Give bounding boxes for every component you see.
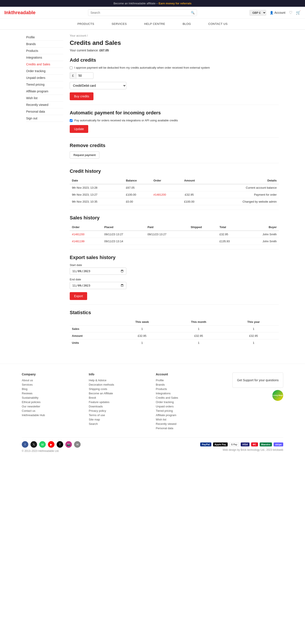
footer-link[interactable]: Privacy policy <box>89 409 150 412</box>
wishlist-icon[interactable]: ♡ <box>289 10 292 15</box>
sidebar-item-sign-out[interactable]: Sign out <box>26 115 63 122</box>
footer-link[interactable]: About us <box>22 379 82 382</box>
footer-link[interactable]: Inkthreadable Hub <box>22 414 82 417</box>
footer-link[interactable]: Sustainability <box>22 396 82 399</box>
whatsapp-icon[interactable]: W <box>39 441 46 448</box>
footer-link[interactable]: Affiliate program <box>156 414 216 417</box>
sidebar-item-products[interactable]: Products <box>26 48 63 54</box>
facebook-icon[interactable]: f <box>22 441 28 448</box>
footer-link[interactable]: Personal data <box>156 426 216 430</box>
stats-sales-month: 1 <box>169 326 228 332</box>
sales-order-link[interactable]: #1481199 <box>72 240 84 243</box>
footer-link[interactable]: Terms of use <box>89 414 150 417</box>
nav-help-centre[interactable]: HELP CENTRE <box>136 19 174 30</box>
footer-link[interactable]: Shipping costs <box>89 387 150 391</box>
ch-order: #1481200 <box>151 191 182 198</box>
footer-link[interactable]: Our newsletter <box>22 405 82 408</box>
ch-order <box>151 198 182 205</box>
account-link[interactable]: 👤 Account <box>270 11 286 14</box>
footer-link[interactable]: Reviews <box>22 392 82 395</box>
sidebar-item-wish-list[interactable]: Wish list <box>26 95 63 102</box>
card-select-wrapper: Credit/Debit card <box>70 82 279 92</box>
end-date-input[interactable] <box>70 282 126 289</box>
nav-blog[interactable]: BLOG <box>174 19 200 30</box>
sidebar-item-integrations[interactable]: Integrations <box>26 54 63 61</box>
search-input[interactable] <box>90 11 191 14</box>
footer-link[interactable]: Feature updates <box>89 400 150 404</box>
support-box[interactable]: Get Support for your questions <box>232 372 283 388</box>
footer-link[interactable]: Credits and Sales <box>156 396 216 399</box>
twitter-icon[interactable]: 𝕏 <box>30 441 37 448</box>
footer-link[interactable]: Blog <box>22 387 82 391</box>
amount-input[interactable] <box>76 72 94 79</box>
divider-6 <box>70 304 279 304</box>
auto-deduct-label: I approve payment will be deducted from … <box>74 66 210 69</box>
logo[interactable]: Inkthreadable <box>4 10 36 16</box>
sidebar-item-order-tracking[interactable]: Order tracking <box>26 68 63 74</box>
sidebar-item-credits-and-sales[interactable]: Credits and Sales <box>26 61 63 68</box>
footer-link[interactable]: Site map <box>89 418 150 421</box>
table-row: 9th Nov 2023, 10:35 £0.00 £100.00 Change… <box>70 198 279 205</box>
footer-link[interactable]: Profile <box>156 379 216 382</box>
footer-link[interactable]: Brexit <box>89 396 150 399</box>
footer-link[interactable]: Order tracking <box>156 400 216 404</box>
googlepay-badge: G Pay <box>230 442 239 446</box>
start-date-input[interactable] <box>70 268 126 275</box>
sh-paid <box>145 238 188 245</box>
tiktok-icon[interactable]: T <box>57 441 63 448</box>
footer-link[interactable]: Brands <box>156 383 216 386</box>
stats-col-month: This month <box>169 318 228 326</box>
living-wage-text: Living Wage <box>273 394 283 396</box>
nav-services[interactable]: SERVICES <box>103 19 136 30</box>
stats-row-units: Units 1 1 1 <box>70 340 279 346</box>
ch-col-amount: Amount <box>182 177 209 184</box>
start-date-group: Start date <box>70 264 279 275</box>
footer-link[interactable]: Integrations <box>156 392 216 395</box>
footer-link[interactable]: Downloads <box>89 405 150 408</box>
cart-icon[interactable]: 🛒 <box>296 10 301 15</box>
auto-payment-checkbox[interactable] <box>70 119 72 122</box>
nav-contact-us[interactable]: CONTACT US <box>200 19 236 30</box>
banner-link[interactable]: Earn money for referrals <box>158 2 192 5</box>
search-icon[interactable]: 🔍 <box>191 11 194 14</box>
request-payment-button[interactable]: Request payment <box>70 152 99 158</box>
footer-link[interactable]: Products <box>156 387 216 391</box>
update-section: Update <box>70 125 279 133</box>
order-link[interactable]: #1481200 <box>153 193 166 196</box>
footer-link[interactable]: Recently viewed <box>156 422 216 426</box>
sh-buyer: John Smith <box>244 231 279 238</box>
footer-link[interactable]: Help & Advice <box>89 379 150 382</box>
sidebar-item-personal-data[interactable]: Personal data <box>26 108 63 115</box>
account-icon: 👤 <box>270 11 274 14</box>
update-button[interactable]: Update <box>70 125 88 133</box>
sidebar-item-affiliate-program[interactable]: Affiliate program <box>26 88 63 95</box>
footer-link[interactable]: Wish list <box>156 418 216 421</box>
sidebar-item-tiered-pricing[interactable]: Tiered pricing <box>26 81 63 88</box>
export-button[interactable]: Export <box>70 292 87 300</box>
youtube-icon[interactable]: ▶ <box>48 441 54 448</box>
footer-link[interactable]: Search <box>89 422 150 426</box>
breadcrumb-account[interactable]: Your account <box>70 34 86 37</box>
footer-link[interactable]: Become an Affiliate <box>89 392 150 395</box>
footer-link[interactable]: Services <box>22 383 82 386</box>
sales-history-table: Order Placed Paid Shipped Total Buyer #1… <box>70 224 279 245</box>
footer-link[interactable]: Unpaid orders <box>156 405 216 408</box>
sidebar-item-brands[interactable]: Brands <box>26 41 63 48</box>
sidebar-item-profile[interactable]: Profile <box>26 34 63 41</box>
footer-link[interactable]: Decoration methods <box>89 383 150 386</box>
footer-link[interactable]: Ethical policies <box>22 400 82 404</box>
buy-credits-button[interactable]: Buy credits <box>70 92 94 100</box>
auto-deduct-checkbox[interactable] <box>70 66 72 69</box>
nav-products[interactable]: PRODUCTS <box>68 19 103 30</box>
currency-select[interactable]: GBP £ <box>250 10 266 16</box>
sidebar-item-recently-viewed[interactable]: Recently viewed <box>26 102 63 108</box>
sidebar-item-unpaid-orders[interactable]: Unpaid orders <box>26 74 63 81</box>
footer-link[interactable]: Tiered pricing <box>156 409 216 412</box>
auto-payment-label: Pay automatically for orders received vi… <box>74 119 178 122</box>
card-select[interactable]: Credit/Debit card <box>70 82 126 89</box>
instagram-icon[interactable]: 📷 <box>65 441 72 448</box>
footer-link[interactable]: Contact us <box>22 409 82 412</box>
remove-credits-heading: Remove credits <box>70 143 279 148</box>
sales-order-link[interactable]: #1481200 <box>72 233 84 236</box>
email-icon[interactable]: ✉ <box>74 441 80 448</box>
